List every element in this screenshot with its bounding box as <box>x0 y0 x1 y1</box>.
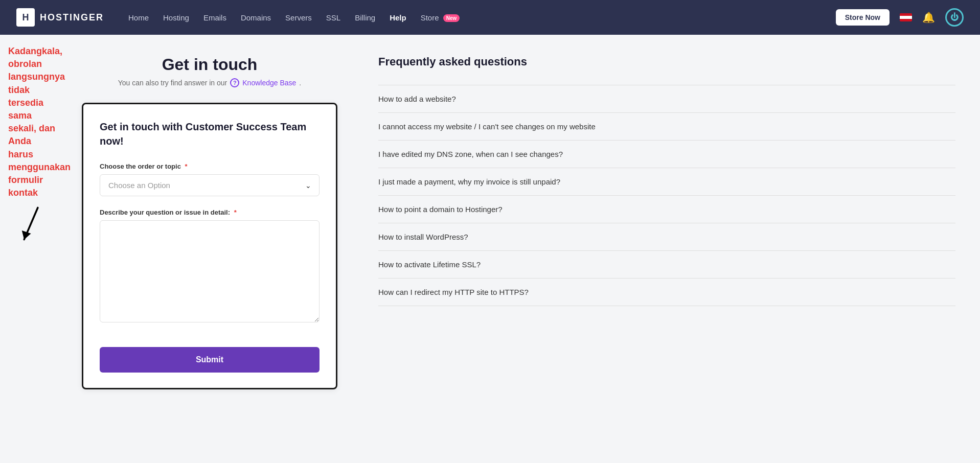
description-required-star: * <box>234 209 237 216</box>
nav-ssl[interactable]: SSL <box>326 13 340 22</box>
navbar-right: Store Now 🔔 ⏻ <box>836 8 964 27</box>
navbar-nav: Home Hosting Emails Domains Servers SSL … <box>128 13 836 22</box>
knowledge-base-dot: . <box>299 79 301 87</box>
topic-form-group: Choose the order or topic * Choose an Op… <box>100 163 320 196</box>
annotation-area: Kadangkala, obrolan langsungnya tidak te… <box>0 35 66 257</box>
nav-billing[interactable]: Billing <box>355 13 375 22</box>
form-card-title: Get in touch with Customer Success Team … <box>100 120 320 148</box>
nav-help[interactable]: Help <box>390 13 406 22</box>
knowledge-base-icon: ? <box>230 78 239 87</box>
faq-section: Frequently asked questions How to add a … <box>358 35 980 463</box>
faq-item[interactable]: I cannot access my website / I can't see… <box>378 113 955 141</box>
topic-select-wrapper: Choose an Option ⌄ <box>100 174 320 196</box>
description-form-group: Describe your question or issue in detai… <box>100 209 320 325</box>
faq-item[interactable]: How can I redirect my HTTP site to HTTPS… <box>378 279 955 306</box>
topic-required-star: * <box>185 163 188 170</box>
logo-text: HOSTINGER <box>40 12 104 23</box>
faq-item[interactable]: I have edited my DNS zone, when can I se… <box>378 141 955 168</box>
arrow-container <box>8 205 58 246</box>
nav-domains[interactable]: Domains <box>241 13 271 22</box>
description-label: Describe your question or issue in detai… <box>100 209 320 216</box>
faq-title: Frequently asked questions <box>378 55 955 68</box>
knowledge-base-link: You can also try find answer in our ? Kn… <box>118 78 301 87</box>
nav-emails[interactable]: Emails <box>203 13 226 22</box>
faq-item[interactable]: I just made a payment, why my invoice is… <box>378 168 955 196</box>
main-content: Kadangkala, obrolan langsungnya tidak te… <box>0 35 980 463</box>
form-card: Get in touch with Customer Success Team … <box>82 103 337 389</box>
nav-store[interactable]: Store New <box>421 13 460 22</box>
power-button[interactable]: ⏻ <box>945 8 964 27</box>
page-title: Get in touch <box>162 55 258 74</box>
faq-list: How to add a website? I cannot access my… <box>378 85 955 306</box>
topic-label: Choose the order or topic * <box>100 163 320 170</box>
faq-item[interactable]: How to install WordPress? <box>378 223 955 251</box>
power-icon: ⏻ <box>950 13 959 22</box>
store-now-button[interactable]: Store Now <box>836 9 890 26</box>
navbar: H HOSTINGER Home Hosting Emails Domains … <box>0 0 980 35</box>
notification-bell-icon[interactable]: 🔔 <box>922 11 935 24</box>
nav-hosting[interactable]: Hosting <box>163 13 189 22</box>
logo-icon: H <box>16 8 35 27</box>
nav-servers[interactable]: Servers <box>285 13 312 22</box>
knowledge-base-text[interactable]: Knowledge Base <box>242 79 296 87</box>
subtitle-prefix: You can also try find answer in our <box>118 79 227 87</box>
submit-button[interactable]: Submit <box>100 347 320 373</box>
faq-item[interactable]: How to point a domain to Hostinger? <box>378 196 955 223</box>
faq-item[interactable]: How to add a website? <box>378 85 955 113</box>
annotation-text: Kadangkala, obrolan langsungnya tidak te… <box>8 45 58 199</box>
nav-home[interactable]: Home <box>128 13 149 22</box>
description-textarea[interactable] <box>100 220 320 322</box>
svg-marker-1 <box>22 230 31 240</box>
topic-select[interactable]: Choose an Option <box>100 174 320 196</box>
language-flag-icon[interactable] <box>900 13 912 21</box>
logo[interactable]: H HOSTINGER <box>16 8 104 27</box>
arrow-icon <box>18 205 49 246</box>
faq-item[interactable]: How to activate Lifetime SSL? <box>378 251 955 279</box>
store-badge: New <box>443 14 460 22</box>
